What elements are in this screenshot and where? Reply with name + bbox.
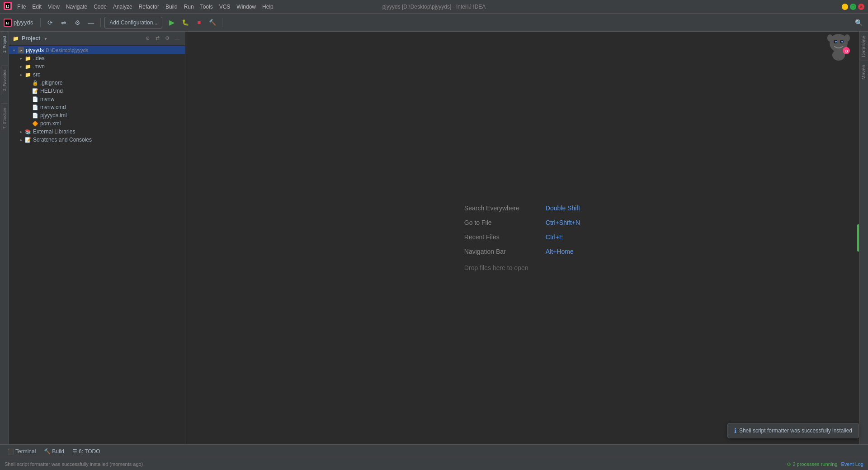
menu-item-analyze[interactable]: Analyze [110, 3, 135, 11]
menu-item-window[interactable]: Window [234, 3, 259, 11]
database-tab[interactable]: Database [859, 32, 868, 61]
menu-item-vcs[interactable]: VCS [217, 3, 233, 11]
menu-item-code[interactable]: Code [91, 3, 109, 11]
locate-file-button[interactable]: ⊙ [143, 34, 151, 43]
favorites-tab[interactable]: 2: Favorites [1, 66, 8, 95]
tree-item-icon: 📝 [24, 136, 32, 143]
menu-item-build[interactable]: Build [163, 3, 180, 11]
project-panel-title: 📁 Project ▼ [13, 35, 142, 42]
tree-item[interactable]: 📝HELP.md [9, 87, 185, 95]
status-message: Shell script formatter was successfully … [5, 461, 143, 467]
processes-indicator[interactable]: ⟳ 2 processes running [787, 461, 837, 467]
layout-button[interactable]: ⇌ [58, 17, 70, 28]
tree-item[interactable]: 🔶pom.xml [9, 119, 185, 128]
menu-item-file[interactable]: File [14, 3, 28, 11]
tree-item[interactable]: 📄mvnw [9, 95, 185, 103]
minimize-panel-button[interactable]: — [85, 17, 97, 28]
toolbar-search-button[interactable]: 🔍 [853, 17, 864, 28]
menu-item-help[interactable]: Help [259, 3, 276, 11]
green-scroll-indicator [857, 224, 859, 252]
tree-item[interactable]: ▸📝Scratches and Consoles [9, 136, 185, 144]
tree-item-icon: 📁 [24, 55, 32, 62]
terminal-button[interactable]: ⬛ Terminal [4, 447, 39, 456]
menu-item-tools[interactable]: Tools [198, 3, 216, 11]
app-logo: IJ [4, 2, 12, 12]
panel-hide-button[interactable]: — [173, 34, 181, 43]
project-tab[interactable]: 1: Project [1, 32, 8, 57]
run-button[interactable]: ▶ [166, 17, 178, 28]
stop-button[interactable]: ■ [193, 17, 205, 28]
tree-item-icon: 📄 [32, 104, 39, 111]
goto-file-shortcut: Ctrl+Shift+N [546, 216, 580, 229]
file-tree: ▾PpjyyydsD:\Desktop\pjyyyds▸📁.idea▸📁.mvn… [9, 45, 185, 444]
menu-item-navigate[interactable]: Navigate [63, 3, 90, 11]
menu-item-edit[interactable]: Edit [29, 3, 44, 11]
status-bar-right: ⟳ 2 processes running Event Log [787, 461, 863, 467]
tree-item[interactable]: 📄mvnw.cmd [9, 103, 185, 111]
toolbar-sep-2 [100, 18, 101, 27]
tree-item-label: External Libraries [33, 128, 75, 135]
tree-item[interactable]: ▾PpjyyydsD:\Desktop\pjyyyds [9, 46, 185, 54]
tree-item-label: mvnw.cmd [40, 104, 66, 110]
maven-tab[interactable]: Maven [859, 61, 868, 83]
tree-item[interactable]: ▸📁.mvn [9, 62, 185, 71]
search-everywhere-label: Search Everywhere [464, 202, 546, 214]
terminal-icon: ⬛ [7, 448, 14, 455]
tree-item[interactable]: ▸📁src [9, 71, 185, 79]
menu-item-run[interactable]: Run [181, 3, 197, 11]
editor-area[interactable]: Search Everywhere Double Shift Go to Fil… [185, 32, 859, 444]
project-name-label: pjyyyds [14, 19, 33, 26]
svg-point-12 [844, 34, 850, 42]
add-configuration-button[interactable]: Add Configuration... [104, 17, 162, 28]
tree-item-label: .gitignore [40, 80, 62, 86]
navigation-bar-tip: Navigation Bar Alt+Home [464, 245, 580, 258]
main-toolbar: IJ pjyyyds ⟳ ⇌ ⚙ — Add Configuration... … [0, 14, 868, 32]
sync-button[interactable]: ⟳ [44, 17, 56, 28]
tree-item[interactable]: 🔒.gitignore [9, 79, 185, 87]
maximize-button[interactable]: □ [850, 4, 856, 10]
tree-item-path: D:\Desktop\pjyyyds [46, 47, 88, 53]
intellij-icon: IJ [4, 19, 12, 27]
nav-bar-label: Navigation Bar [464, 245, 546, 258]
panel-settings-button[interactable]: ⚙ [163, 34, 171, 43]
minimize-button[interactable]: — [842, 4, 848, 10]
tree-item[interactable]: 📄pjyyyds.iml [9, 111, 185, 119]
todo-panel-button[interactable]: ☰ 6: TODO [69, 447, 104, 456]
tree-item-icon: P [17, 47, 24, 54]
debug-button[interactable]: 🐛 [179, 17, 191, 28]
bottom-toolbar: ⬛ Terminal 🔨 Build ☰ 6: TODO [0, 444, 868, 458]
drop-files-text: Drop files here to open [464, 261, 580, 274]
structure-tab[interactable]: 7: Structure [1, 104, 8, 133]
build-icon: 🔨 [44, 448, 51, 455]
tree-item[interactable]: ▸📚External Libraries [9, 128, 185, 136]
tree-item-icon: 🔒 [32, 79, 39, 86]
settings-toolbar-button[interactable]: ⚙ [71, 17, 83, 28]
svg-point-9 [835, 41, 837, 43]
recent-files-label: Recent Files [464, 231, 546, 243]
tree-item-label: mvnw [40, 96, 54, 102]
build-button[interactable]: 🔨 [207, 17, 218, 28]
tree-item-label: src [33, 71, 40, 78]
notification-message: Shell script formatter was successfully … [739, 427, 852, 434]
search-everywhere-tip: Search Everywhere Double Shift [464, 202, 580, 214]
tree-item-icon: 📄 [32, 112, 39, 119]
collapse-all-button[interactable]: ⇄ [153, 34, 161, 43]
close-button[interactable]: ✕ [858, 4, 864, 10]
main-layout: 1: Project 2: Favorites 7: Structure 📁 P… [0, 32, 868, 444]
todo-icon: ☰ [72, 448, 77, 455]
left-panel-tabs: 1: Project 2: Favorites 7: Structure [0, 32, 9, 444]
tree-item-label: pom.xml [40, 120, 61, 127]
tree-item[interactable]: ▸📁.idea [9, 54, 185, 62]
svg-text:IJ: IJ [845, 49, 848, 53]
editor-tips: Search Everywhere Double Shift Go to Fil… [464, 202, 580, 274]
notification-toast: ℹ Shell script formatter was successfull… [727, 423, 859, 438]
tree-item-icon: 📁 [24, 63, 32, 70]
svg-text:IJ: IJ [6, 4, 9, 9]
menu-item-refactor[interactable]: Refactor [136, 3, 162, 11]
title-bar: IJ FileEditViewNavigateCodeAnalyzeRefact… [0, 0, 868, 14]
tree-item-icon: 📝 [32, 87, 39, 95]
event-log-link[interactable]: Event Log [841, 461, 863, 467]
menu-item-view[interactable]: View [45, 3, 62, 11]
build-panel-button[interactable]: 🔨 Build [40, 447, 68, 456]
svg-point-10 [841, 41, 843, 43]
